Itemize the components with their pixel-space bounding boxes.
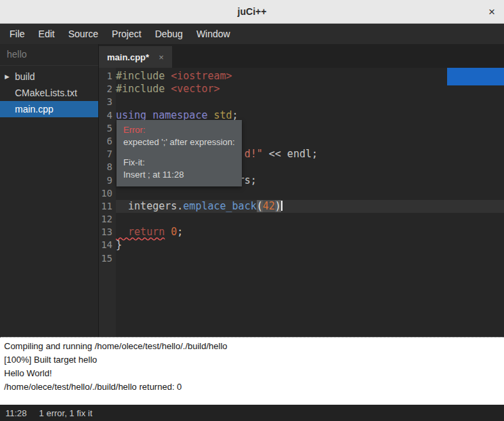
code-line[interactable]: 14} bbox=[99, 239, 504, 252]
window-titlebar[interactable]: juCi++ × bbox=[0, 0, 504, 24]
code-token: } bbox=[116, 239, 122, 251]
code-text bbox=[116, 96, 504, 108]
code-token: #include bbox=[116, 70, 171, 82]
code-token: integers. bbox=[116, 200, 183, 212]
line-number: 3 bbox=[99, 96, 116, 108]
code-token: ; bbox=[232, 109, 238, 121]
code-token: emplace_back bbox=[183, 200, 256, 212]
line-number: 11 bbox=[99, 200, 116, 213]
menu-item-project[interactable]: Project bbox=[105, 24, 148, 44]
tree-item-main-cpp[interactable]: main.cpp bbox=[0, 101, 98, 117]
code-line[interactable]: 2#include <vector> bbox=[99, 83, 504, 96]
menubar: FileEditSourceProjectDebugWindow bbox=[0, 24, 504, 44]
code-token: using namespace bbox=[116, 109, 207, 121]
code-text: return 0; bbox=[116, 226, 504, 239]
editor[interactable]: 1#include <iostream>2#include <vector>34… bbox=[99, 68, 504, 337]
scrollbar-thumb[interactable] bbox=[447, 68, 504, 85]
output-line: /home/olece/test/hello/./build/hello ret… bbox=[4, 380, 500, 394]
code-text: #include <vector> bbox=[116, 83, 504, 96]
code-token: ( bbox=[257, 200, 263, 212]
status-diagnostics: 1 error, 1 fix it bbox=[39, 408, 93, 418]
window-title: juCi++ bbox=[238, 6, 267, 17]
line-number: 5 bbox=[99, 122, 116, 135]
window-close-button[interactable]: × bbox=[488, 6, 495, 18]
line-number: 8 bbox=[99, 161, 116, 174]
tree-item-label: build bbox=[15, 71, 35, 82]
line-number: 12 bbox=[99, 213, 116, 226]
tooltip-fixit-label: Fix-it: bbox=[123, 157, 235, 169]
line-number: 6 bbox=[99, 135, 116, 148]
code-line[interactable]: 15 bbox=[99, 252, 504, 265]
menu-item-file[interactable]: File bbox=[3, 24, 32, 44]
line-number: 4 bbox=[99, 109, 116, 122]
code-token: #include bbox=[116, 83, 171, 95]
code-line[interactable]: 1#include <iostream> bbox=[99, 70, 504, 83]
menu-item-debug[interactable]: Debug bbox=[148, 24, 190, 44]
code-token: 0 bbox=[171, 226, 177, 238]
code-token: <iostream> bbox=[171, 70, 232, 82]
main-split: hello ▶buildCMakeLists.txtmain.cpp main.… bbox=[0, 44, 504, 337]
code-token: << endl; bbox=[269, 148, 318, 160]
tooltip-spacer bbox=[123, 148, 235, 157]
line-number: 7 bbox=[99, 148, 116, 161]
tree-item-label: main.cpp bbox=[15, 104, 54, 115]
code-text bbox=[116, 213, 504, 226]
tab-label: main.cpp* bbox=[107, 52, 149, 62]
code-text: } bbox=[116, 239, 504, 252]
code-token: d!" bbox=[245, 148, 269, 160]
code-line[interactable]: 3 bbox=[99, 96, 504, 108]
code-line[interactable]: 13 return 0; bbox=[99, 226, 504, 239]
menu-item-source[interactable]: Source bbox=[62, 24, 105, 44]
code-line[interactable]: 11 integers.emplace_back(42) bbox=[99, 200, 504, 213]
menu-item-window[interactable]: Window bbox=[190, 24, 237, 44]
code-text bbox=[116, 187, 504, 200]
project-label: hello bbox=[0, 44, 98, 66]
tree-item-build[interactable]: ▶build bbox=[0, 68, 98, 85]
output-line: [100%] Built target hello bbox=[4, 353, 500, 367]
line-number: 9 bbox=[99, 174, 116, 187]
line-number: 15 bbox=[99, 252, 116, 265]
line-number: 10 bbox=[99, 187, 116, 200]
code-text bbox=[116, 252, 504, 265]
line-number: 2 bbox=[99, 83, 116, 96]
code-token: 42 bbox=[263, 200, 275, 212]
code-text: #include <iostream> bbox=[116, 70, 504, 83]
line-number: 13 bbox=[99, 226, 116, 239]
diagnostic-tooltip: Error: expected ';' after expression: Fi… bbox=[117, 120, 242, 186]
code-token bbox=[165, 226, 171, 238]
status-cursor-position: 11:28 bbox=[5, 408, 27, 418]
code-line[interactable]: 10 bbox=[99, 187, 504, 200]
code-line[interactable]: 12 bbox=[99, 213, 504, 226]
expand-arrow-icon[interactable]: ▶ bbox=[5, 68, 9, 85]
line-number: 1 bbox=[99, 70, 116, 83]
tab-close-icon[interactable]: × bbox=[159, 52, 164, 62]
code-text: integers.emplace_back(42) bbox=[116, 200, 504, 213]
text-cursor bbox=[281, 201, 282, 211]
tab-main-cpp[interactable]: main.cpp* × bbox=[99, 46, 172, 68]
status-bar: 11:28 1 error, 1 fix it bbox=[0, 405, 504, 421]
editor-column: main.cpp* × 1#include <iostream>2#includ… bbox=[99, 44, 504, 337]
tooltip-fixit-text: Insert ; at 11:28 bbox=[123, 169, 235, 181]
output-line: Compiling and running /home/olece/test/h… bbox=[4, 340, 500, 353]
sidebar: hello ▶buildCMakeLists.txtmain.cpp bbox=[0, 44, 99, 337]
line-number: 14 bbox=[99, 239, 116, 252]
menu-item-edit[interactable]: Edit bbox=[32, 24, 62, 44]
tooltip-error-label: Error: bbox=[123, 124, 235, 136]
file-tree: ▶buildCMakeLists.txtmain.cpp bbox=[0, 66, 98, 117]
code-token bbox=[207, 109, 213, 121]
tree-item-cmakelists-txt[interactable]: CMakeLists.txt bbox=[0, 85, 98, 101]
code-token: <vector> bbox=[171, 83, 219, 95]
code-token: std bbox=[214, 109, 232, 121]
code-token: return bbox=[116, 226, 165, 238]
output-panel[interactable]: Compiling and running /home/olece/test/h… bbox=[0, 337, 504, 405]
code-token: ) bbox=[275, 200, 281, 212]
tab-bar: main.cpp* × bbox=[99, 44, 504, 68]
tooltip-error-text: expected ';' after expression: bbox=[123, 136, 235, 148]
tree-item-label: CMakeLists.txt bbox=[15, 87, 77, 98]
output-line: Hello World! bbox=[4, 367, 500, 380]
code-token: ; bbox=[177, 226, 183, 238]
